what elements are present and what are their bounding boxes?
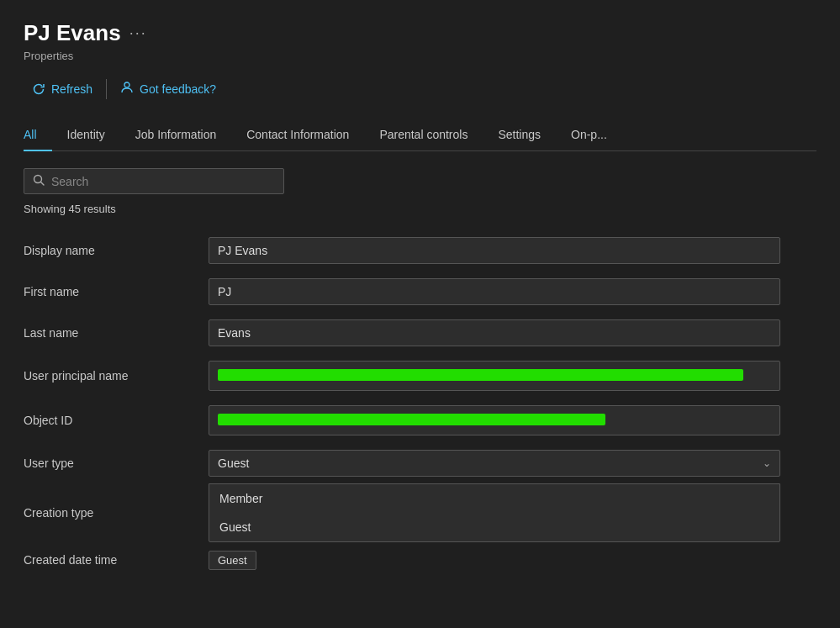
display-name-input[interactable] — [209, 237, 780, 264]
display-name-value — [209, 230, 780, 272]
search-icon — [33, 174, 45, 188]
chevron-down-icon: ⌄ — [763, 457, 771, 469]
tab-all[interactable]: All — [24, 119, 52, 151]
search-box — [24, 168, 284, 194]
results-count: Showing 45 results — [24, 203, 816, 215]
user-type-value: Guest ⌄ Member Guest — [209, 443, 780, 484]
created-date-label: Created date time — [24, 542, 209, 578]
first-name-label: First name — [24, 272, 209, 313]
tabs-bar: All Identity Job Information Contact Inf… — [24, 119, 816, 151]
display-name-label: Display name — [24, 230, 209, 272]
object-id-redacted — [209, 405, 780, 435]
page-title: PJ Evans — [24, 20, 121, 46]
user-type-dropdown[interactable]: Guest ⌄ — [209, 450, 780, 477]
last-name-label: Last name — [24, 313, 209, 354]
feedback-icon — [120, 81, 134, 98]
user-type-dropdown-menu: Member Guest — [209, 483, 780, 542]
svg-point-0 — [124, 82, 129, 87]
tab-parental-controls[interactable]: Parental controls — [364, 119, 483, 151]
title-row: PJ Evans ··· — [24, 20, 816, 46]
page-container: PJ Evans ··· Properties Refresh Got feed… — [0, 0, 840, 628]
redacted-bar-oid — [218, 414, 605, 425]
refresh-label: Refresh — [51, 82, 92, 96]
dropdown-item-guest[interactable]: Guest — [209, 513, 779, 541]
search-input[interactable] — [51, 175, 275, 188]
toolbar-divider — [106, 79, 107, 99]
user-principal-name-value — [209, 354, 780, 398]
created-date-value: Guest — [209, 542, 780, 578]
first-name-input[interactable] — [209, 278, 780, 305]
user-type-selected: Guest — [218, 456, 249, 470]
dropdown-item-member[interactable]: Member — [209, 484, 779, 513]
tab-identity[interactable]: Identity — [52, 119, 120, 151]
properties-grid: Display name First name Last name User p… — [24, 230, 780, 578]
page-subtitle: Properties — [24, 50, 816, 62]
refresh-icon — [32, 82, 45, 96]
tab-on-premises[interactable]: On-p... — [556, 119, 622, 151]
redacted-bar-upn — [218, 369, 743, 381]
user-principal-name-redacted — [209, 361, 780, 391]
tab-contact-information[interactable]: Contact Information — [231, 119, 364, 151]
last-name-value — [209, 313, 780, 354]
tab-job-information[interactable]: Job Information — [120, 119, 232, 151]
refresh-button[interactable]: Refresh — [24, 77, 101, 101]
toolbar: Refresh Got feedback? — [24, 76, 816, 103]
user-principal-name-label: User principal name — [24, 354, 209, 398]
object-id-value — [209, 398, 780, 443]
more-options-icon[interactable]: ··· — [129, 24, 147, 42]
search-container — [24, 168, 816, 194]
creation-type-label: Creation type — [24, 484, 209, 542]
feedback-button[interactable]: Got feedback? — [112, 76, 225, 103]
user-type-label: User type — [24, 443, 209, 484]
object-id-label: Object ID — [24, 398, 209, 443]
guest-badge: Guest — [209, 551, 256, 570]
tab-settings[interactable]: Settings — [483, 119, 556, 151]
first-name-value — [209, 272, 780, 313]
svg-line-2 — [41, 182, 45, 186]
last-name-input[interactable] — [209, 319, 780, 346]
feedback-label: Got feedback? — [140, 82, 216, 96]
